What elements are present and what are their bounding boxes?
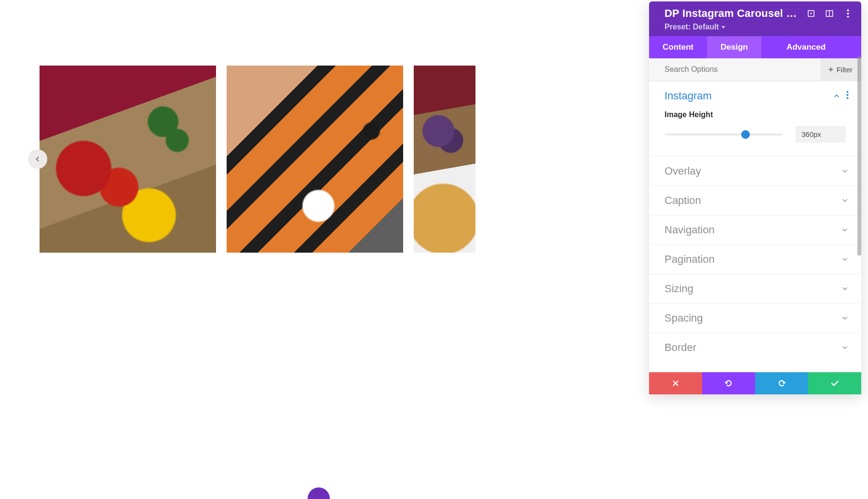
redo-button[interactable] (755, 372, 808, 394)
section-title: Border (665, 341, 841, 354)
image-height-value[interactable]: 360px (796, 126, 846, 143)
filter-button[interactable]: Filter (821, 58, 861, 81)
panel-body: Instagram Image Height 360px (649, 81, 861, 372)
section-title: Pagination (665, 253, 841, 266)
image-height-slider[interactable] (665, 130, 782, 139)
chevron-down-icon (841, 285, 849, 293)
search-input[interactable] (649, 59, 821, 80)
tab-design[interactable]: Design (707, 36, 761, 58)
carousel-image[interactable] (414, 66, 475, 253)
save-button[interactable] (808, 372, 861, 394)
carousel-image[interactable] (227, 66, 403, 253)
instagram-carousel (40, 66, 475, 253)
tab-content[interactable]: Content (649, 36, 707, 58)
carousel-image[interactable] (40, 66, 216, 253)
section-title: Spacing (665, 312, 841, 324)
chevron-down-icon (841, 314, 849, 322)
svg-point-4 (847, 10, 849, 12)
section-toggle-instagram[interactable]: Instagram (649, 81, 861, 110)
tab-advanced[interactable]: Advanced (761, 36, 839, 58)
section-caption: Caption (649, 186, 861, 215)
preset-dropdown[interactable]: Preset: Default (665, 23, 725, 31)
section-toggle-navigation[interactable]: Navigation (649, 216, 861, 244)
chevron-down-icon (841, 167, 849, 175)
slider-thumb[interactable] (741, 130, 750, 139)
expand-icon[interactable] (806, 9, 816, 18)
builder-fab[interactable] (308, 487, 330, 499)
svg-point-6 (847, 16, 849, 18)
panel-scrollbar[interactable] (857, 56, 861, 256)
svg-point-9 (847, 97, 849, 99)
svg-point-7 (847, 91, 849, 93)
section-navigation: Navigation (649, 215, 861, 244)
carousel-prev-button[interactable] (28, 149, 47, 169)
svg-point-1 (811, 13, 812, 14)
section-overlay: Overlay (649, 156, 861, 186)
chevron-up-icon (833, 92, 841, 100)
cancel-button[interactable] (649, 372, 702, 394)
section-toggle-overlay[interactable]: Overlay (649, 157, 861, 186)
settings-panel: DP Instagram Carousel Setti... Preset: D… (649, 1, 861, 394)
image-height-label: Image Height (665, 110, 846, 119)
section-toggle-caption[interactable]: Caption (649, 186, 861, 215)
panel-layout-icon[interactable] (825, 9, 834, 18)
section-spacing: Spacing (649, 303, 861, 333)
section-instagram: Instagram Image Height 360px (649, 81, 861, 156)
panel-search-bar: Filter (649, 58, 861, 81)
section-sizing: Sizing (649, 274, 861, 303)
section-menu-icon[interactable] (846, 91, 849, 101)
section-toggle-border[interactable]: Border (649, 333, 861, 357)
panel-title: DP Instagram Carousel Setti... (665, 7, 798, 20)
section-title: Sizing (665, 283, 841, 295)
section-toggle-pagination[interactable]: Pagination (649, 245, 861, 274)
section-title: Instagram (665, 90, 833, 102)
section-toggle-sizing[interactable]: Sizing (649, 274, 861, 303)
panel-footer (649, 372, 861, 394)
chevron-down-icon (841, 226, 849, 234)
chevron-down-icon (841, 344, 849, 351)
chevron-down-icon (841, 256, 849, 263)
undo-button[interactable] (702, 372, 755, 394)
filter-label: Filter (837, 66, 853, 74)
section-border: Border (649, 333, 861, 357)
svg-point-5 (847, 13, 849, 14)
preset-label: Preset: Default (665, 23, 719, 31)
section-toggle-spacing[interactable]: Spacing (649, 304, 861, 333)
panel-header: DP Instagram Carousel Setti... Preset: D… (649, 1, 861, 36)
panel-menu-icon[interactable] (843, 9, 853, 18)
section-title: Overlay (665, 165, 841, 177)
section-title: Caption (665, 194, 841, 207)
panel-tabs: Content Design Advanced (649, 36, 861, 58)
svg-point-8 (847, 94, 849, 96)
caret-down-icon (721, 26, 725, 28)
section-pagination: Pagination (649, 244, 861, 274)
chevron-down-icon (841, 197, 849, 204)
section-title: Navigation (665, 224, 841, 236)
